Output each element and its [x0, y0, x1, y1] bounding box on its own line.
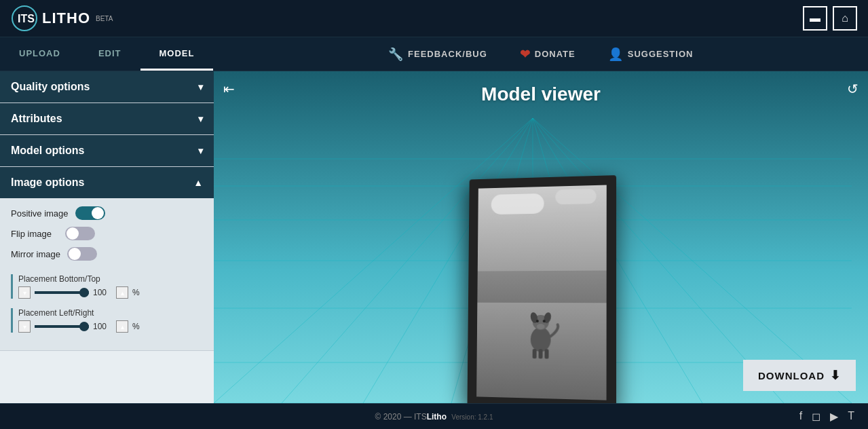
mirror-image-thumb — [69, 248, 81, 260]
download-button[interactable]: DOWNLOAD ⬇ — [743, 360, 856, 391]
placement-lr-unit: % — [132, 322, 140, 331]
image-options-header[interactable]: Image options ▲ — [0, 167, 214, 198]
placement-lr-slider[interactable] — [35, 325, 89, 328]
placement-bt-label: Placement Bottom/Top — [18, 274, 203, 284]
placement-lr-group: Placement Left/Right ▾ 100 ▴ % — [11, 308, 203, 333]
tab-upload[interactable]: UPLOAD — [0, 37, 79, 71]
placement-bt-decrement[interactable]: ▾ — [18, 286, 31, 299]
placement-bt-increment[interactable]: ▴ — [116, 286, 128, 299]
section-attributes: Attributes ▾ — [0, 103, 214, 135]
twitter-icon[interactable]: T — [848, 410, 854, 423]
header: ITS LITHO BETA ▬ ⌂ — [0, 0, 868, 37]
instagram-icon[interactable]: ◻ — [812, 410, 820, 423]
svg-rect-27 — [544, 349, 548, 358]
mirror-image-label: Mirror image — [11, 249, 60, 259]
attributes-chevron-icon: ▾ — [198, 113, 203, 124]
model-frame-inner — [476, 185, 607, 400]
attributes-header[interactable]: Attributes ▾ — [0, 103, 214, 134]
placement-bt-slider[interactable] — [35, 291, 89, 294]
image-options-content: Positive image Flip image Mirror image — [0, 198, 214, 350]
donate-link[interactable]: ❤ DONATE — [520, 47, 575, 62]
header-actions: ▬ ⌂ — [803, 6, 857, 31]
file-icon: ▬ — [810, 12, 820, 24]
suggestion-link[interactable]: 👤 SUGGESTION — [608, 47, 694, 62]
placement-bt-unit: % — [132, 288, 140, 297]
refresh-icon: ↺ — [847, 81, 858, 96]
facebook-icon[interactable]: f — [799, 410, 802, 423]
placement-lr-value: 100 — [93, 322, 112, 331]
logo: ITS LITHO BETA — [11, 5, 113, 32]
footer: © 2020 — ITSLitho Version: 1.2.1 f ◻ ▶ T — [0, 403, 868, 429]
dog-icon — [521, 299, 561, 360]
positive-image-thumb — [92, 207, 104, 219]
bw-sky — [478, 185, 607, 282]
placement-bt-row: ▾ 100 ▴ % — [18, 286, 203, 299]
file-icon-button[interactable]: ▬ — [803, 6, 827, 31]
image-options-label: Image options — [11, 176, 84, 189]
collapse-button[interactable]: ⇤ — [223, 81, 235, 97]
positive-image-row: Positive image — [11, 206, 203, 220]
svg-point-23 — [536, 320, 539, 322]
flip-image-label: Flip image — [11, 229, 58, 239]
model-options-chevron-icon: ▾ — [198, 145, 203, 156]
person-icon: 👤 — [608, 47, 624, 62]
logo-text: LITHO — [42, 10, 90, 27]
cloud2 — [555, 189, 596, 204]
flip-image-row: Flip image — [11, 227, 203, 240]
image-options-chevron-icon: ▲ — [193, 177, 203, 188]
mirror-image-row: Mirror image — [11, 247, 203, 261]
cloud1 — [491, 193, 544, 214]
flip-image-toggle[interactable] — [65, 227, 95, 240]
divider — [11, 267, 203, 274]
svg-text:ITS: ITS — [18, 13, 35, 24]
quality-chevron-icon: ▾ — [198, 81, 203, 92]
placement-lr-row: ▾ 100 ▴ % — [18, 320, 203, 333]
flip-image-thumb — [67, 227, 79, 240]
footer-brand: Litho — [427, 412, 447, 422]
svg-point-18 — [531, 327, 551, 352]
wrench-icon: 🔧 — [388, 47, 404, 62]
main-layout: Quality options ▾ Attributes ▾ Model opt… — [0, 71, 868, 403]
mirror-image-toggle[interactable] — [67, 247, 97, 261]
svg-rect-25 — [533, 349, 537, 358]
feedback-link[interactable]: 🔧 FEEDBACK/BUG — [388, 47, 487, 62]
placement-bt-group: Placement Bottom/Top ▾ 100 ▴ % — [11, 274, 203, 299]
section-image-options: Image options ▲ Positive image Flip imag… — [0, 167, 214, 351]
reset-view-button[interactable]: ↺ — [847, 81, 858, 97]
svg-rect-26 — [539, 349, 543, 358]
model-options-header[interactable]: Model options ▾ — [0, 135, 214, 166]
bw-photo — [476, 185, 607, 400]
placement-lr-increment[interactable]: ▴ — [116, 320, 128, 333]
home-icon-button[interactable]: ⌂ — [833, 6, 857, 31]
viewer-title: Model viewer — [214, 71, 868, 112]
placement-lr-decrement[interactable]: ▾ — [18, 320, 31, 333]
quality-options-header[interactable]: Quality options ▾ — [0, 71, 214, 102]
nav-center-links: 🔧 FEEDBACK/BUG ❤ DONATE 👤 SUGGESTION — [388, 37, 693, 71]
footer-copyright: © 2020 — ITSLitho Version: 1.2.1 — [375, 412, 493, 422]
attributes-label: Attributes — [11, 113, 62, 125]
placement-bt-value: 100 — [93, 288, 112, 297]
sidebar: Quality options ▾ Attributes ▾ Model opt… — [0, 71, 214, 403]
section-quality: Quality options ▾ — [0, 71, 214, 103]
navbar: UPLOAD EDIT MODEL 🔧 FEEDBACK/BUG ❤ DONAT… — [0, 37, 868, 71]
model-viewer: Model viewer ⇤ ↺ — [214, 71, 868, 403]
tab-edit[interactable]: EDIT — [79, 37, 140, 71]
youtube-icon[interactable]: ▶ — [830, 410, 838, 423]
model-frame — [468, 175, 617, 403]
heart-icon: ❤ — [520, 47, 531, 62]
footer-version: Version: 1.2.1 — [451, 413, 493, 421]
beta-badge: BETA — [96, 15, 113, 22]
positive-image-label: Positive image — [11, 208, 69, 219]
download-arrow-icon: ⬇ — [830, 368, 841, 383]
home-icon: ⌂ — [842, 12, 848, 24]
model-options-label: Model options — [11, 145, 84, 157]
footer-social-links: f ◻ ▶ T — [799, 410, 854, 423]
tab-model[interactable]: MODEL — [140, 37, 214, 71]
placement-lr-label: Placement Left/Right — [18, 308, 203, 318]
logo-icon: ITS — [11, 5, 38, 32]
model-3d-container — [466, 176, 616, 403]
positive-image-toggle[interactable] — [75, 206, 105, 220]
collapse-icon: ⇤ — [223, 81, 235, 96]
bw-sea — [477, 270, 606, 303]
quality-options-label: Quality options — [11, 81, 90, 93]
